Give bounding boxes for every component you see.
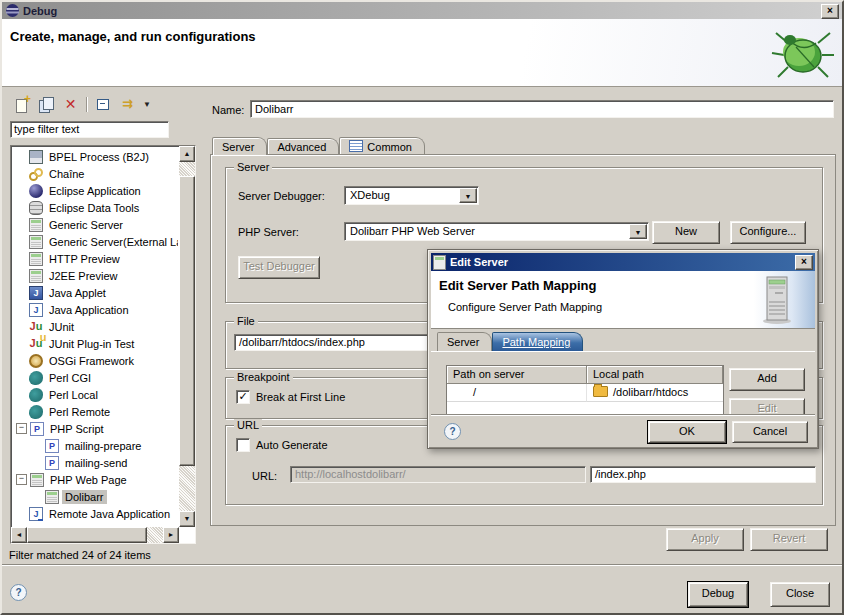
cancel-button[interactable]: Cancel [732, 421, 808, 443]
tree-item-mailing-send[interactable]: mailing-send [12, 454, 178, 471]
path-mapping-panel: Path on server Local path / /dolibarr/ht… [431, 351, 815, 416]
configurations-tree: BPEL Process (B2J)ChaîneEclipse Applicat… [10, 145, 196, 544]
test-debugger-button[interactable]: Test Debugger [238, 256, 320, 279]
server-icon [30, 473, 44, 487]
scroll-right-icon[interactable]: ► [163, 527, 179, 543]
dialog-tab-server[interactable]: Server [437, 332, 492, 351]
tab-advanced[interactable]: Advanced [267, 138, 339, 155]
apply-button[interactable]: Apply [666, 528, 744, 551]
tree-item-label: Java Applet [46, 286, 109, 300]
tree-item-http-preview[interactable]: HTTP Preview [12, 250, 178, 267]
dialog-help-icon[interactable]: ? [444, 423, 461, 440]
tree-item-bpel-process-b2j[interactable]: BPEL Process (B2J) [12, 148, 178, 165]
tree-item-remote-java-application[interactable]: Remote Java Application [12, 505, 178, 522]
server-debugger-label: Server Debugger: [238, 190, 325, 202]
column-header-local-path[interactable]: Local path [587, 366, 723, 384]
configuration-name-input[interactable]: Dolibarr [250, 100, 834, 118]
tree-item-perl-remote[interactable]: Perl Remote [12, 403, 178, 420]
server-debugger-select[interactable]: XDebug▼ [344, 186, 479, 205]
osgi-icon [29, 354, 43, 368]
server-icon [29, 235, 43, 249]
break-at-first-line-checkbox[interactable]: ✓ [236, 390, 250, 404]
server-icon [29, 269, 43, 283]
type-filter-input[interactable]: type filter text [10, 121, 169, 138]
tab-server[interactable]: Server [212, 137, 267, 155]
close-button[interactable]: Close [770, 582, 830, 607]
tree-item-label: Perl CGI [46, 371, 94, 385]
auto-generate-checkbox[interactable] [236, 438, 250, 452]
server-group-label: Server [234, 161, 272, 173]
tree-item-label: Eclipse Application [46, 184, 144, 198]
url-path-input[interactable]: /index.php [590, 466, 816, 483]
dialog-button-bar: ? OK Cancel [431, 414, 815, 445]
vertical-scroll-thumb[interactable] [179, 176, 195, 466]
server-path-cell[interactable]: / [447, 384, 587, 402]
revert-button[interactable]: Revert [750, 528, 828, 551]
collapse-expander-icon[interactable]: − [16, 423, 27, 434]
collapse-all-icon[interactable] [95, 96, 112, 113]
tree-item-php-script[interactable]: −PHP Script [12, 420, 178, 437]
tree-item-java-application[interactable]: Java Application [12, 301, 178, 318]
php-icon [45, 439, 59, 453]
remote-java-icon [29, 507, 43, 521]
dialog-tab-path-mapping[interactable]: Path Mapping [492, 332, 583, 351]
filter-icon[interactable]: ⇉ [119, 96, 136, 113]
window-titlebar[interactable]: Debug × [2, 2, 842, 19]
tree-item-label: Dolibarr [62, 490, 107, 504]
local-path-cell[interactable]: /dolibarr/htdocs [587, 384, 723, 402]
database-icon [29, 201, 43, 215]
tree-item-label: JUnit [46, 320, 77, 334]
tree-item-junit[interactable]: JUnit [12, 318, 178, 335]
filter-menu-caret-icon[interactable]: ▼ [143, 96, 151, 113]
debug-configurations-window: Debug × Create, manage, and run configur… [0, 0, 844, 615]
table-row[interactable]: / /dolibarr/htdocs [447, 384, 723, 402]
chevron-down-icon[interactable]: ▼ [459, 188, 477, 203]
tree-vertical-scrollbar[interactable]: ▲ ▼ [179, 146, 195, 527]
tree-item-dolibarr[interactable]: Dolibarr [12, 488, 178, 505]
tree-item-junit-plug-in-test[interactable]: JUnit Plug-in Test [12, 335, 178, 352]
column-header-path-on-server[interactable]: Path on server [447, 366, 587, 384]
junit-icon [29, 320, 43, 334]
dialog-title: Edit Server [450, 256, 508, 268]
tree-horizontal-scrollbar[interactable]: ◄ ► [11, 527, 179, 543]
tree-item-j2ee-preview[interactable]: J2EE Preview [12, 267, 178, 284]
dialog-close-icon[interactable]: × [795, 255, 813, 270]
ok-button[interactable]: OK [648, 421, 726, 443]
new-configuration-icon[interactable] [14, 96, 31, 113]
tree-item-eclipse-data-tools[interactable]: Eclipse Data Tools [12, 199, 178, 216]
bpel-icon [29, 150, 43, 164]
chevron-down-icon[interactable]: ▼ [629, 224, 647, 239]
dialog-titlebar[interactable]: Edit Server × [431, 253, 815, 271]
tree-item-java-applet[interactable]: Java Applet [12, 284, 178, 301]
tree-item-php-web-page[interactable]: −PHP Web Page [12, 471, 178, 488]
edit-server-dialog: Edit Server × Edit Server Path Mapping C… [427, 249, 819, 449]
tree-item-osgi-framework[interactable]: OSGi Framework [12, 352, 178, 369]
tree-item-generic-server-external-la[interactable]: Generic Server(External La [12, 233, 178, 250]
delete-configuration-icon[interactable]: ✕ [62, 96, 79, 113]
tree-item-perl-local[interactable]: Perl Local [12, 386, 178, 403]
scroll-down-icon[interactable]: ▼ [179, 511, 195, 527]
php-server-label: PHP Server: [238, 226, 299, 238]
scroll-up-icon[interactable]: ▲ [179, 146, 195, 162]
tree-item-generic-server[interactable]: Generic Server [12, 216, 178, 233]
tree-item-mailing-prepare[interactable]: mailing-prepare [12, 437, 178, 454]
tab-common[interactable]: Common [339, 137, 425, 155]
help-icon[interactable]: ? [10, 584, 27, 601]
scroll-left-icon[interactable]: ◄ [11, 527, 27, 543]
tree-item-perl-cgi[interactable]: Perl CGI [12, 369, 178, 386]
tree-item-cha-ne[interactable]: Chaîne [12, 165, 178, 182]
window-title: Debug [23, 5, 57, 17]
php-server-select[interactable]: Dolibarr PHP Web Server▼ [344, 222, 649, 241]
path-mapping-table[interactable]: Path on server Local path / /dolibarr/ht… [446, 365, 724, 416]
tree-item-eclipse-application[interactable]: Eclipse Application [12, 182, 178, 199]
duplicate-configuration-icon[interactable] [38, 96, 55, 113]
dialog-subheading: Configure Server Path Mapping [448, 301, 602, 313]
window-close-icon[interactable]: × [821, 4, 839, 19]
new-server-button[interactable]: New [652, 221, 720, 244]
debug-bug-icon [770, 23, 836, 81]
add-mapping-button[interactable]: Add [729, 368, 805, 391]
horizontal-scroll-thumb[interactable] [27, 527, 147, 543]
collapse-expander-icon[interactable]: − [16, 474, 27, 485]
debug-button[interactable]: Debug [688, 582, 748, 607]
configure-server-button[interactable]: Configure... [730, 221, 806, 244]
